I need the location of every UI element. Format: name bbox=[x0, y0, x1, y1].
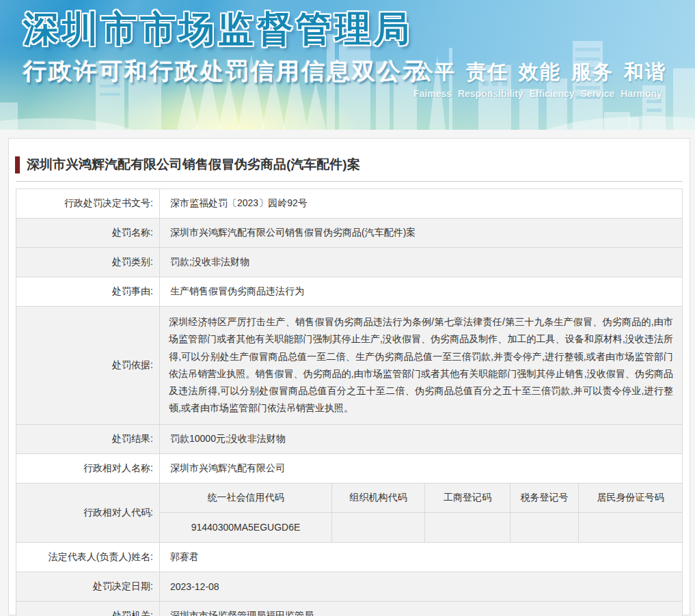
field-label: 处罚决定日期: bbox=[16, 572, 159, 601]
site-title: 深圳市市场监督管理局 bbox=[23, 5, 413, 53]
slogan-word-efficiency: 效能 bbox=[519, 61, 561, 83]
title-divider bbox=[16, 181, 683, 182]
row-penalty-reason: 处罚事由: 生产销售假冒伪劣商品违法行为 bbox=[16, 277, 682, 306]
field-label: 处罚结果: bbox=[16, 425, 159, 453]
field-value: 深圳市兴鸿辉汽配有限公司销售假冒伪劣商品(汽车配件)案 bbox=[159, 219, 682, 247]
title-accent-bar bbox=[15, 156, 20, 173]
row-penalty-result: 处罚结果: 罚款10000元;没收非法财物 bbox=[16, 424, 682, 453]
code-subtable-values: 91440300MA5EGUGD6E bbox=[160, 513, 682, 542]
slogan-word-service: 服务 bbox=[571, 61, 614, 83]
slogan-english: Faimess Responsibility Efficiency Servic… bbox=[413, 88, 666, 99]
field-label: 行政处罚决定书文号: bbox=[16, 189, 159, 218]
column-header: 工商登记码 bbox=[424, 484, 510, 512]
field-label: 法定代表人(负责人)姓名: bbox=[16, 543, 159, 572]
row-penalty-authority: 处罚机关: 深圳市市场监督管理局福田监管局 bbox=[16, 601, 682, 616]
banner: 深圳市市场监督管理局 行政许可和行政处罚信用信息双公示 公平责任效能服务和谐 F… bbox=[0, 0, 695, 130]
slogan-block: 公平责任效能服务和谐 Faimess Responsibility Effici… bbox=[413, 59, 666, 99]
field-value: 生产销售假冒伪劣商品违法行为 bbox=[159, 277, 682, 306]
organization-code bbox=[331, 513, 424, 542]
field-value: 深市监福处罚〔2023〕园岭92号 bbox=[159, 189, 682, 218]
field-value: 罚款10000元;没收非法财物 bbox=[159, 425, 682, 453]
field-label: 处罚事由: bbox=[16, 277, 159, 306]
field-label: 处罚机关: bbox=[16, 602, 159, 616]
business-registration-code bbox=[424, 513, 510, 542]
field-value: 罚款;没收非法财物 bbox=[159, 248, 682, 277]
row-penalty-name: 处罚名称: 深圳市兴鸿辉汽配有限公司销售假冒伪劣商品(汽车配件)案 bbox=[16, 218, 682, 247]
field-label: 处罚类别: bbox=[16, 248, 159, 277]
party-code-subtable: 统一社会信用代码 组织机构代码 工商登记码 税务登记号 居民身份证号码 9144… bbox=[159, 484, 682, 542]
field-label: 处罚依据: bbox=[16, 307, 159, 424]
id-card-number bbox=[578, 513, 682, 542]
case-title-row: 深圳市兴鸿辉汽配有限公司销售假冒伪劣商品(汽车配件)案 bbox=[9, 139, 690, 181]
field-value: 郭赛君 bbox=[159, 543, 682, 572]
column-header: 税务登记号 bbox=[510, 484, 578, 512]
field-label: 处罚名称: bbox=[16, 219, 159, 247]
field-label: 行政相对人代码: bbox=[16, 484, 159, 542]
unified-social-credit-code: 91440300MA5EGUGD6E bbox=[160, 513, 331, 542]
field-label: 行政相对人名称: bbox=[16, 454, 159, 483]
field-value: 深圳经济特区严厉打击生产、销售假冒伪劣商品违法行为条例/第七章法律责任/第三十九… bbox=[159, 307, 682, 424]
site-subtitle: 行政许可和行政处罚信用信息双公示 bbox=[23, 56, 428, 87]
row-party-codes: 行政相对人代码: 统一社会信用代码 组织机构代码 工商登记码 税务登记号 居民身… bbox=[16, 483, 682, 542]
page-title: 深圳市兴鸿辉汽配有限公司销售假冒伪劣商品(汽车配件)案 bbox=[27, 156, 360, 173]
slogan-word-responsibility: 责任 bbox=[466, 61, 508, 83]
row-decision-date: 处罚决定日期: 2023-12-08 bbox=[16, 572, 682, 601]
penalty-info-table: 行政处罚决定书文号: 深市监福处罚〔2023〕园岭92号 处罚名称: 深圳市兴鸿… bbox=[16, 188, 683, 616]
slogan-chinese: 公平责任效能服务和谐 bbox=[413, 59, 666, 86]
column-header: 统一社会信用代码 bbox=[160, 484, 331, 512]
row-party-name: 行政相对人名称: 深圳市兴鸿辉汽配有限公司 bbox=[16, 453, 682, 483]
field-value: 深圳市市场监督管理局福田监管局 bbox=[159, 602, 682, 616]
content-card: 深圳市兴鸿辉汽配有限公司销售假冒伪劣商品(汽车配件)案 行政处罚决定书文号: 深… bbox=[8, 138, 690, 615]
field-value: 深圳市兴鸿辉汽配有限公司 bbox=[159, 454, 682, 483]
slogan-word-fairness: 公平 bbox=[413, 61, 456, 83]
row-legal-representative: 法定代表人(负责人)姓名: 郭赛君 bbox=[16, 542, 682, 572]
column-header: 居民身份证号码 bbox=[578, 484, 682, 512]
row-penalty-basis: 处罚依据: 深圳经济特区严厉打击生产、销售假冒伪劣商品违法行为条例/第七章法律责… bbox=[16, 306, 682, 424]
slogan-word-harmony: 和谐 bbox=[624, 61, 666, 83]
code-subtable-header: 统一社会信用代码 组织机构代码 工商登记码 税务登记号 居民身份证号码 bbox=[160, 484, 682, 513]
row-penalty-category: 处罚类别: 罚款;没收非法财物 bbox=[16, 247, 682, 277]
tax-registration-code bbox=[510, 513, 578, 542]
row-penalty-doc-number: 行政处罚决定书文号: 深市监福处罚〔2023〕园岭92号 bbox=[16, 189, 682, 218]
field-value: 2023-12-08 bbox=[159, 572, 682, 601]
column-header: 组织机构代码 bbox=[331, 484, 424, 512]
